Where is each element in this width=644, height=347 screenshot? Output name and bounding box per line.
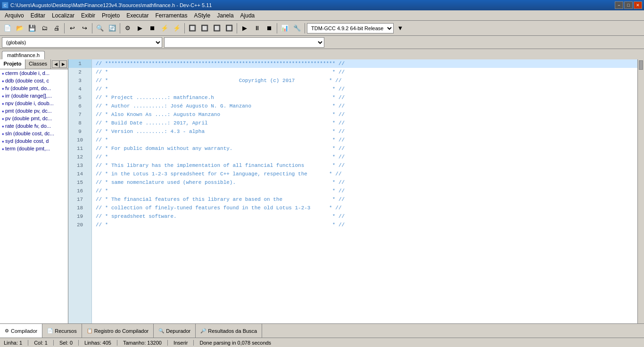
tb-btn17[interactable]: 📊 — [279, 23, 290, 34]
editor-tab-mathfinance[interactable]: mathfinance.h — [2, 51, 45, 59]
title-bar: C C:\Users\Augusto\Desktop\MathFinance12… — [0, 0, 644, 10]
code-line: // * same nomenclature used (where possi… — [92, 178, 637, 187]
menu-localizar[interactable]: Localizar — [49, 11, 77, 20]
line-number: 20 — [68, 221, 91, 229]
code-line: // * * // — [92, 187, 637, 195]
bottom-tab-label: Registro do Compilador — [94, 328, 149, 334]
close-button[interactable]: ✕ — [634, 1, 642, 9]
sidebar-item[interactable]: pmt (double pv, dc... — [0, 107, 68, 115]
sidebar-item[interactable]: ddb (double cost, c — [0, 77, 68, 84]
status-insert: Inserir — [173, 340, 194, 346]
app-icon: C — [2, 2, 8, 8]
toolbar-main: 📄 📂 💾 🗂 🖨 ↩ ↪ 🔍 🔄 ⚙ ▶ ⏹ ⚡ ⚡ 🔲 🔲 🔲 🔲 ▶ ⏸ … — [0, 21, 644, 36]
sidebar-item[interactable]: cterm (double i, d... — [0, 69, 68, 77]
menu-arquivo[interactable]: Arquivo — [2, 11, 27, 20]
code-line: // * collection of finely-tuned features… — [92, 204, 637, 212]
line-number: 7 — [68, 110, 91, 119]
build-config-dropdown[interactable]: TDM-GCC 4.9.2 64-bit Release — [307, 23, 394, 33]
scope-dropdown1[interactable]: (globals) — [2, 37, 162, 48]
sep3 — [120, 23, 120, 33]
title-bar-left: C C:\Users\Augusto\Desktop\MathFinance12… — [2, 2, 212, 8]
tb-btn11[interactable]: 🔲 — [199, 23, 210, 34]
bottom-panel: ⚙Compilador📄Recursos📋Registro do Compila… — [0, 323, 644, 338]
minimize-button[interactable]: − — [615, 1, 623, 9]
open-button[interactable]: 📂 — [14, 23, 25, 34]
print-button[interactable]: 🖨 — [51, 23, 62, 34]
menu-exibir[interactable]: Exibir — [78, 11, 98, 20]
tb-btn18[interactable]: 🔧 — [291, 23, 303, 34]
line-number: 18 — [68, 204, 91, 212]
bottom-tab-depurador[interactable]: 🔍Depurador — [154, 324, 196, 338]
scrollbar-vertical[interactable] — [637, 59, 644, 323]
save-all-button[interactable]: 🗂 — [39, 23, 50, 34]
undo-button[interactable]: ↩ — [66, 23, 78, 34]
line-number: 17 — [68, 195, 91, 204]
sidebar-item[interactable]: syd (double cost, d — [0, 137, 68, 145]
menu-editar[interactable]: Editar — [28, 11, 48, 20]
bottom-tab-registro-do-compilador[interactable]: 📋Registro do Compilador — [82, 324, 154, 338]
line-number: 14 — [68, 170, 91, 178]
bottom-tab-resultados-da-busca[interactable]: 🔎Resultados da Busca — [196, 324, 262, 338]
line-number: 1 — [68, 59, 91, 68]
code-lines[interactable]: // *************************************… — [92, 59, 637, 323]
sidebar-item[interactable]: irr (double range[],... — [0, 92, 68, 99]
tb-btn6[interactable]: ▶ — [134, 23, 146, 34]
tb-btn9[interactable]: ⚡ — [171, 23, 182, 34]
status-col: Col: 1 — [34, 340, 54, 346]
code-line: // * This library has the implementation… — [92, 161, 637, 170]
maximize-button[interactable]: □ — [624, 1, 633, 9]
menu-projeto[interactable]: Projeto — [99, 11, 123, 20]
sidebar-item[interactable]: term (double pmt,... — [0, 145, 68, 152]
sidebar-item[interactable]: fv (double pmt, do... — [0, 84, 68, 92]
sep2 — [92, 23, 92, 33]
tb-btn15[interactable]: ⏸ — [251, 23, 263, 34]
tb-btn12[interactable]: 🔲 — [211, 23, 223, 34]
sidebar-item[interactable]: pv (double pmt, dc... — [0, 115, 68, 122]
menu-janela[interactable]: Janela — [214, 11, 236, 20]
sidebar-tab-bar: Projeto Classes ◀ ▶ — [0, 59, 68, 69]
new-button[interactable]: 📄 — [2, 23, 13, 34]
tb-btn8[interactable]: ⚡ — [159, 23, 170, 34]
menu-astyle[interactable]: AStyle — [191, 11, 214, 20]
sidebar-item[interactable]: npv (double i, doub... — [0, 99, 68, 107]
line-number: 12 — [68, 153, 91, 161]
code-line: // * * // — [92, 153, 637, 161]
code-line: // * Build Date .......: 2017, April * /… — [92, 119, 637, 127]
tb-btn16[interactable]: ⏹ — [264, 23, 275, 34]
menu-ajuda[interactable]: Ajuda — [238, 11, 258, 20]
sidebar: Projeto Classes ◀ ▶ cterm (double i, d..… — [0, 59, 68, 323]
save-button[interactable]: 💾 — [26, 23, 38, 34]
sidebar-item[interactable]: rate (double fv, do... — [0, 122, 68, 130]
tb-btn5[interactable]: ⚙ — [122, 23, 133, 34]
tb-btn7[interactable]: ⏹ — [147, 23, 158, 34]
line-number: 6 — [68, 102, 91, 110]
menu-executar[interactable]: Executar — [124, 11, 151, 20]
tb-btn14[interactable]: ▶ — [239, 23, 250, 34]
code-line: // * The financial features of this libr… — [92, 195, 637, 204]
tb-btn10[interactable]: 🔲 — [187, 23, 198, 34]
redo-button[interactable]: ↪ — [79, 23, 90, 34]
bottom-tab-icon: 🔎 — [200, 328, 206, 333]
sidebar-nav: ◀ ▶ — [51, 59, 68, 69]
sidebar-nav-next[interactable]: ▶ — [59, 60, 67, 68]
menu-ferramentas[interactable]: Ferramentas — [152, 11, 190, 20]
find-button[interactable]: 🔍 — [94, 23, 106, 34]
sidebar-nav-prev[interactable]: ◀ — [52, 60, 59, 68]
editor-tab-bar: mathfinance.h — [0, 49, 644, 59]
bottom-tab-label: Compilador — [11, 328, 37, 334]
build-dropdown-arrow[interactable]: ▼ — [395, 23, 406, 34]
tb-btn13[interactable]: 🔲 — [223, 23, 235, 34]
code-line: // * * // — [92, 221, 637, 229]
code-line: // * Copyright (c) 2017 * // — [92, 76, 637, 85]
status-lines: Linhas: 405 — [84, 340, 117, 346]
bottom-tab-compilador[interactable]: ⚙Compilador — [0, 324, 42, 338]
replace-button[interactable]: 🔄 — [107, 23, 118, 34]
sidebar-list: cterm (double i, d...ddb (double cost, c… — [0, 69, 68, 323]
sidebar-tab-classes[interactable]: Classes — [25, 59, 51, 69]
sidebar-tab-projeto[interactable]: Projeto — [0, 59, 25, 69]
window-title: C:\Users\Augusto\Desktop\MathFinance123v… — [10, 2, 212, 8]
bottom-tab-recursos[interactable]: 📄Recursos — [42, 324, 82, 338]
code-line: // * * // — [92, 136, 637, 144]
sidebar-item[interactable]: sln (double cost, dc... — [0, 130, 68, 137]
scope-dropdown2[interactable] — [164, 37, 324, 48]
